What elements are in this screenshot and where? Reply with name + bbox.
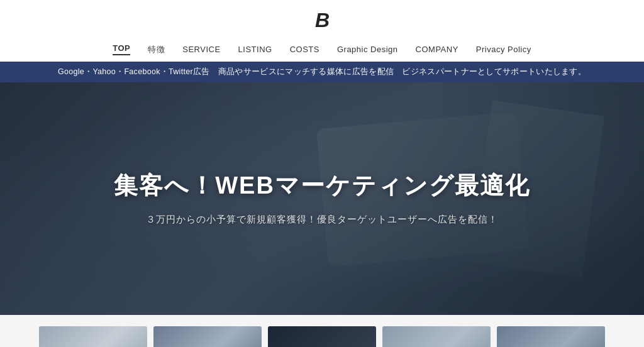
thumbnail-5[interactable]: 👤	[497, 326, 605, 347]
site-header: B TOP 特徴 SERVICE LISTING COSTS Graphic D…	[0, 0, 644, 62]
thumb-icon-1: 🔒	[39, 326, 147, 347]
hero-section: 集客へ！WEBマーケティング最適化 ３万円からの小予算で新規顧客獲得！優良ターゲ…	[0, 82, 644, 315]
thumbnail-3[interactable]: 💡	[268, 326, 376, 347]
thumbnail-1[interactable]: 🔒	[39, 326, 147, 347]
nav-graphic-design[interactable]: Graphic Design	[337, 45, 398, 54]
thumbnails-row: 🔒 ⚙ 💡 📊 👤	[0, 315, 644, 347]
nav-company[interactable]: COMPANY	[416, 45, 458, 54]
nav-features[interactable]: 特徴	[148, 44, 165, 55]
thumb-icon-3: 💡	[268, 326, 376, 347]
nav-privacy-policy[interactable]: Privacy Policy	[476, 45, 531, 54]
hero-content: 集客へ！WEBマーケティング最適化 ３万円からの小予算で新規顧客獲得！優良ターゲ…	[0, 82, 644, 315]
ticker-text: Google・Yahoo・Facebook・Twitter広告 商品やサービスに…	[58, 67, 586, 76]
nav-listing[interactable]: LISTING	[238, 45, 272, 54]
thumbnail-2[interactable]: ⚙	[153, 326, 262, 347]
nav-costs[interactable]: COSTS	[290, 45, 319, 54]
thumbnail-4[interactable]: 📊	[382, 326, 491, 347]
thumb-icon-2: ⚙	[153, 326, 262, 347]
thumb-icon-4: 📊	[382, 326, 491, 347]
hero-title: 集客へ！WEBマーケティング最適化	[114, 172, 530, 201]
nav-top[interactable]: TOP	[113, 43, 130, 55]
ticker-bar: Google・Yahoo・Facebook・Twitter広告 商品やサービスに…	[0, 62, 644, 82]
main-nav: TOP 特徴 SERVICE LISTING COSTS Graphic Des…	[0, 38, 644, 62]
nav-service[interactable]: SERVICE	[182, 45, 220, 54]
site-logo[interactable]: B	[315, 9, 329, 32]
hero-subtitle: ３万円からの小予算で新規顧客獲得！優良ターゲットユーザーへ広告を配信！	[146, 214, 498, 226]
thumb-icon-5: 👤	[497, 326, 605, 347]
